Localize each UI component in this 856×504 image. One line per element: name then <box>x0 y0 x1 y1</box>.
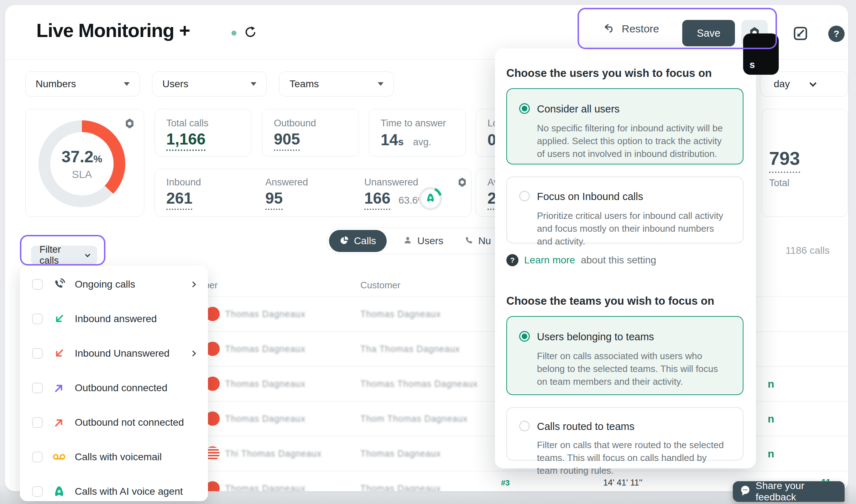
outbound-card: Outbound 905 <box>262 109 359 157</box>
checkbox[interactable] <box>32 383 43 393</box>
option-description: Filter on calls associated with users wh… <box>537 350 729 388</box>
table-row-number[interactable]: Thomas Dagneaux <box>225 483 306 491</box>
option-focus-inbound-calls[interactable]: Focus on Inbound calls Prioritize critic… <box>506 177 743 243</box>
menu-item-label: Outbound not connected <box>75 417 184 428</box>
pie-chart-icon <box>340 236 349 246</box>
users-filter-label: Users <box>162 78 188 90</box>
speech-bubble-icon <box>739 484 751 499</box>
date-range-label: day <box>774 78 790 90</box>
radio-selected-icon[interactable] <box>519 331 530 342</box>
time-to-answer-label: Time to answer <box>381 118 446 129</box>
total-calls-card: Total calls 1,166 <box>155 109 251 157</box>
restore-button[interactable]: Restore <box>603 22 659 36</box>
radio-unselected-icon[interactable] <box>519 191 530 201</box>
summary-total-value: 793 <box>769 148 800 173</box>
answered-value: 95 <box>265 190 283 210</box>
option-description: No specific filtering for inbound activi… <box>537 122 729 160</box>
numbers-filter-select[interactable]: Numbers <box>25 72 140 96</box>
live-status-dot <box>231 31 236 36</box>
table-row-customer[interactable]: Thomas Dagneaux <box>360 309 441 319</box>
refresh-icon[interactable] <box>244 26 257 40</box>
question-icon: ? <box>506 254 518 266</box>
menu-item-inbound-unanswered[interactable]: Inbound Unanswered <box>20 336 208 371</box>
save-button[interactable]: Save <box>682 20 735 46</box>
time-to-answer-suffix: avg. <box>413 137 431 147</box>
table-row-number[interactable]: Thomas Dagneaux <box>225 379 306 389</box>
menu-item-inbound-answered[interactable]: Inbound answered <box>20 301 208 336</box>
outbound-arrow-icon <box>51 382 67 394</box>
checkbox[interactable] <box>32 417 43 428</box>
option-label: Calls routed to teams <box>537 421 635 432</box>
checkbox[interactable] <box>32 486 43 497</box>
share-feedback-button[interactable]: Share your feedback <box>733 481 845 502</box>
option-label: Users belonging to teams <box>537 331 654 343</box>
option-description: Prioritize critical users for inbound ca… <box>537 209 729 248</box>
tab-numbers[interactable]: Nu <box>465 235 491 247</box>
checkbox[interactable] <box>32 452 43 462</box>
menu-item-calls-with-ai-agent[interactable]: Calls with AI voice agent <box>20 474 208 504</box>
focus-settings-panel: Choose the users you wish to focus on Co… <box>495 48 756 468</box>
tab-users-label: Users <box>417 235 443 247</box>
table-row-customer[interactable]: Thomas Thomas Dagneaux <box>360 379 478 389</box>
duration-fragment: n <box>768 378 774 390</box>
caret-down-icon <box>378 82 383 86</box>
outbound-label: Outbound <box>274 118 316 129</box>
table-row-customer[interactable]: Thomas Dagneaux <box>360 483 441 491</box>
duration-fragment: n <box>768 413 774 425</box>
radio-unselected-icon[interactable] <box>519 421 530 431</box>
ai-agent-icon <box>51 485 67 498</box>
outbound-arrow-icon <box>51 417 67 428</box>
tooltip-fragment-text: s <box>750 59 755 70</box>
outbound-value: 905 <box>274 131 300 151</box>
checkbox[interactable] <box>32 348 43 359</box>
menu-item-calls-with-voicemail[interactable]: Calls with voicemail <box>20 440 208 474</box>
users-filter-select[interactable]: Users <box>152 72 267 96</box>
menu-item-label: Inbound answered <box>75 313 157 325</box>
calls-count: 1186 calls <box>785 245 830 256</box>
table-row-number[interactable]: Thomas Dagneaux <box>225 344 306 354</box>
menu-item-outbound-connected[interactable]: Outbound connected <box>20 371 208 405</box>
sla-unit: % <box>93 153 102 164</box>
teams-filter-select[interactable]: Teams <box>279 72 394 96</box>
voicemail-icon <box>51 452 67 462</box>
inbound-value: 261 <box>166 190 192 210</box>
footer-fragment: 14' 41' 11'' <box>603 478 642 488</box>
sla-value: 37.2 <box>62 147 94 166</box>
sla-label: SLA <box>72 168 92 180</box>
tab-users[interactable]: Users <box>403 235 443 247</box>
option-consider-all-users[interactable]: Consider all users No specific filtering… <box>506 88 743 164</box>
menu-item-outbound-not-connected[interactable]: Outbound not connected <box>20 405 208 440</box>
help-button[interactable]: ? <box>828 26 845 42</box>
checkbox[interactable] <box>32 314 43 324</box>
gear-icon[interactable] <box>124 118 135 131</box>
option-calls-routed-to-teams[interactable]: Calls routed to teams Filter on calls th… <box>506 407 743 461</box>
menu-item-ongoing-calls[interactable]: Ongoing calls <box>20 267 208 301</box>
radio-selected-icon[interactable] <box>519 103 530 114</box>
option-label: Consider all users <box>537 103 620 115</box>
table-row-number[interactable]: Thi Thomas Dagneaux <box>225 448 322 459</box>
ai-agent-progress-ring <box>419 187 442 210</box>
checkbox[interactable] <box>32 279 43 290</box>
inbound-arrow-icon <box>51 313 67 325</box>
fullscreen-icon[interactable] <box>793 26 808 43</box>
summary-total-label: Total <box>769 178 789 189</box>
learn-more-link[interactable]: Learn more <box>524 254 575 266</box>
gear-icon[interactable] <box>457 177 468 189</box>
table-row-customer[interactable]: Thom Thomas Dagneaux <box>360 414 468 424</box>
tab-calls[interactable]: Calls <box>329 230 387 252</box>
view-tabs: Calls Users Nu <box>327 228 512 254</box>
total-calls-value: 1,166 <box>166 131 205 151</box>
table-row-customer[interactable]: Thomas Dagneaux <box>360 448 441 459</box>
table-row-number[interactable]: Thomas Dagneaux <box>225 309 306 319</box>
table-row-customer[interactable]: Tha Thomas Dagneaux <box>360 344 460 354</box>
undo-icon <box>603 22 615 36</box>
table-row-number[interactable]: Thomas Dagneaux <box>225 414 306 424</box>
chevron-right-icon <box>190 350 196 356</box>
option-users-belonging-to-teams[interactable]: Users belonging to teams Filter on calls… <box>506 316 743 395</box>
phone-waves-icon <box>51 277 67 292</box>
learn-more-row: ? Learn more about this setting <box>506 254 656 266</box>
date-range-select[interactable]: day <box>760 72 848 96</box>
total-calls-label: Total calls <box>166 118 209 129</box>
filter-calls-button[interactable]: Filter calls <box>31 246 97 265</box>
time-to-answer-unit: s <box>398 136 404 147</box>
